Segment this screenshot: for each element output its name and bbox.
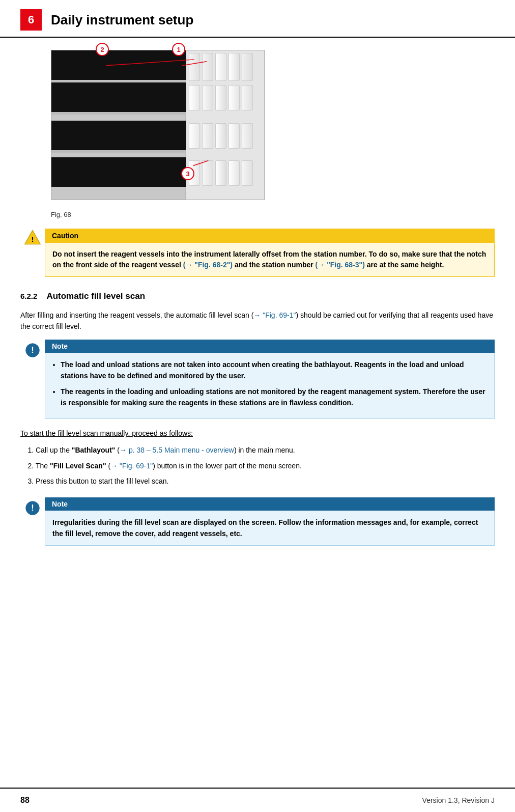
figure-caption: Fig. 68 <box>51 211 71 218</box>
caution-link-1: (→ "Fig. 68-2") <box>183 261 233 269</box>
note-1-icon: ! <box>25 343 40 358</box>
note-box-2: ! Note Irregularities during the fill le… <box>20 497 495 546</box>
step-1-link: → p. 38 – 5.5 Main menu - overview <box>120 446 234 454</box>
note-1-bullet-2: The reagents in the loading and unloadin… <box>61 386 487 409</box>
footer-version: Version 1.3, Revision J <box>422 796 495 804</box>
note-1-content: Note The load and unload stations are no… <box>45 340 495 419</box>
section-number: 6.2.2 <box>20 292 37 300</box>
callout-1-label: 1 <box>177 46 180 53</box>
figure-68-container: 2 1 3 Fig. 68 <box>20 50 495 218</box>
note-2-content: Note Irregularities during the fill leve… <box>45 497 495 546</box>
chapter-badge: 6 <box>20 9 42 31</box>
caution-icon: ! <box>24 229 41 246</box>
figure-image-wrapper: 2 1 3 <box>51 50 265 208</box>
callout-1: 1 <box>172 43 185 56</box>
procedure-step-1: Call up the "Bathlayout" (→ p. 38 – 5.5 … <box>36 444 495 456</box>
note-2-header: Note <box>45 497 495 511</box>
section-title: Automatic fill level scan <box>46 291 145 301</box>
svg-text:!: ! <box>31 503 34 513</box>
page-header: 6 Daily instrument setup <box>0 0 515 38</box>
page-container: 6 Daily instrument setup <box>0 0 515 812</box>
note-2-body: Irregularities during the fill level sca… <box>45 511 495 546</box>
note-2-text: Irregularities during the fill level sca… <box>52 518 478 538</box>
page-title: Daily instrument setup <box>51 12 193 28</box>
step-2-bold: "Fill Level Scan" <box>50 462 106 470</box>
caution-content: Caution Do not insert the reagent vessel… <box>45 229 495 277</box>
callout-2-label: 2 <box>100 46 104 53</box>
note-1-header: Note <box>45 340 495 353</box>
note-2-icon: ! <box>25 500 40 516</box>
note-box-1: ! Note The load and unload stations are … <box>20 340 495 419</box>
content-area: 2 1 3 Fig. 68 ! <box>0 50 515 586</box>
caution-box: ! Caution Do not insert the reagent vess… <box>20 229 495 277</box>
footer-page-number: 88 <box>20 796 30 805</box>
callout-2: 2 <box>96 43 109 56</box>
caution-header: Caution <box>45 229 495 243</box>
step-2-link: → "Fig. 69-1" <box>110 462 153 470</box>
procedure-intro: To start the fill level scan manually, p… <box>20 429 193 437</box>
procedure-list: Call up the "Bathlayout" (→ p. 38 – 5.5 … <box>36 444 495 487</box>
instrument-image <box>51 50 265 200</box>
caution-icon-col: ! <box>20 229 45 277</box>
procedure-step-2: The "Fill Level Scan" (→ "Fig. 69-1") bu… <box>36 460 495 471</box>
page-footer: 88 Version 1.3, Revision J <box>0 788 515 812</box>
section-body-text: After filling and inserting the reagent … <box>20 310 495 332</box>
caution-link-2: (→ "Fig. 68-3") <box>316 261 365 269</box>
section-heading: 6.2.2 Automatic fill level scan <box>20 291 495 301</box>
caution-text-bold: Do not insert the reagent vessels into t… <box>52 250 486 269</box>
svg-text:!: ! <box>31 235 34 243</box>
procedure-step-3: Press this button to start the fill leve… <box>36 475 495 487</box>
section-link-1: → "Fig. 69-1" <box>253 311 296 319</box>
note-2-icon-col: ! <box>20 497 45 546</box>
note-1-icon-col: ! <box>20 340 45 419</box>
step-1-bold: "Bathlayout" <box>72 446 116 454</box>
callout-3-label: 3 <box>186 170 189 178</box>
svg-text:!: ! <box>31 345 34 355</box>
note-1-bullet-1: The load and unload stations are not tak… <box>61 359 487 382</box>
callout-3: 3 <box>181 167 194 180</box>
note-1-body: The load and unload stations are not tak… <box>45 353 495 419</box>
caution-body: Do not insert the reagent vessels into t… <box>45 243 495 277</box>
